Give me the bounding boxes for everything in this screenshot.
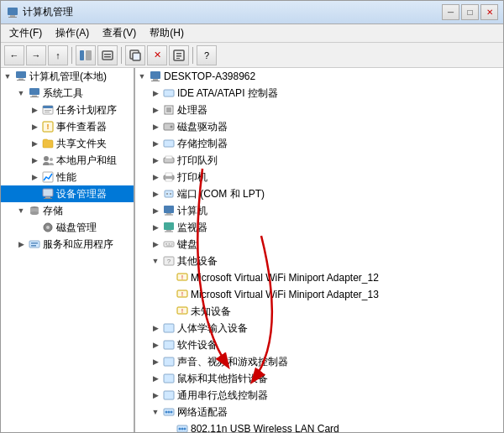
menu-view[interactable]: 查看(V) [96,24,143,42]
devmgr-expander[interactable] [28,187,41,201]
comlpt-expander[interactable]: ▶ [149,187,162,201]
storage-icon [28,204,41,217]
netadapter-expander[interactable]: ▼ [149,405,162,419]
back-button[interactable]: ← [4,45,24,65]
right-unknown[interactable]: ! 未知设备 [135,303,503,320]
tree-taskscheduler[interactable]: ▶ 任务计划程序 [1,102,134,118]
right-audiovc[interactable]: ▶ 声音、视频和游戏控制器 [135,353,503,370]
right-root-label: DESKTOP-A398962 [164,70,255,82]
tree-performance[interactable]: ▶ 性能 [1,169,134,185]
tree-devmgr[interactable]: 设备管理器 [1,185,134,202]
storage-label: 存储 [43,204,63,218]
tree-systemtools[interactable]: ▼ 系统工具 [1,85,134,102]
eventviewer-icon: ! [41,120,55,133]
humaninput-icon [162,321,176,335]
services-expander[interactable]: ▶ [14,237,28,251]
systemtools-label: 系统工具 [43,86,83,101]
systemtools-expander[interactable]: ▼ [14,86,28,100]
right-other[interactable]: ▼ ? 其他设备 [135,253,503,269]
svg-rect-64 [165,243,167,245]
properties-button[interactable] [169,45,189,65]
right-keyboard[interactable]: ▶ 键盘 [135,236,503,253]
sharedfolders-label: 共享文件夹 [56,137,107,151]
printer-expander[interactable]: ▶ [149,170,162,184]
localusers-label: 本地用户和组 [56,154,117,168]
humaninput-expander[interactable]: ▶ [149,321,162,335]
forward-button[interactable]: → [26,45,46,65]
show-action-button[interactable] [97,45,118,65]
right-diskdrive[interactable]: ▶ 磁盘驱动器 [135,118,503,135]
processor-expander[interactable]: ▶ [149,103,162,117]
ideata-expander[interactable]: ▶ [149,86,162,100]
right-monitor[interactable]: ▶ 监视器 [135,219,503,236]
delete-button[interactable]: ✕ [147,45,167,65]
keyboard-expander[interactable]: ▶ [149,237,162,251]
right-printqueue[interactable]: ▶ 打印队列 [135,152,503,169]
localusers-expander[interactable]: ▶ [28,154,41,167]
eventviewer-expander[interactable]: ▶ [28,120,41,133]
menu-action[interactable]: 操作(A) [49,24,96,42]
close-button[interactable]: ✕ [480,4,498,20]
maximize-button[interactable]: □ [461,4,479,20]
right-comlpt[interactable]: ▶ 端口 (COM 和 LPT) [135,185,503,202]
right-root[interactable]: ▼ DESKTOP-A398962 [135,68,503,85]
svg-rect-30 [45,197,50,199]
up-button[interactable]: ↑ [48,45,68,65]
tree-storage[interactable]: ▼ 存储 [1,202,134,219]
minimize-button[interactable]: ─ [442,4,459,20]
right-processor[interactable]: ▶ 处理器 [135,102,503,118]
tree-localusers[interactable]: ▶ 本地用户和组 [1,152,134,169]
right-netadapter[interactable]: ▼ 网络适配器 [135,404,503,420]
tree-root[interactable]: ▼ 计算机管理(本地) [1,68,134,85]
mouseother-expander[interactable]: ▶ [149,372,162,385]
svg-rect-14 [16,71,26,78]
menu-file[interactable]: 文件(F) [3,24,49,42]
storage-expander[interactable]: ▼ [14,204,28,217]
svg-rect-28 [43,172,53,182]
root-label: 计算机管理(本地) [29,70,107,84]
right-humaninput[interactable]: ▶ 人体学输入设备 [135,320,503,336]
right-storagectl[interactable]: ▶ 存储控制器 [135,135,503,152]
right-usb[interactable]: ▶ 通用串行总线控制器 [135,387,503,404]
svg-rect-1 [10,15,15,17]
other-expander[interactable]: ▼ [149,254,162,268]
right-msvwifi13[interactable]: ! Microsoft Virtual WiFi Miniport Adapte… [135,286,503,303]
audiovc-expander[interactable]: ▶ [149,355,162,368]
unknown-icon: ! [176,305,189,318]
right-softdev[interactable]: ▶ 软件设备 [135,336,503,353]
root-expander[interactable]: ▼ [1,70,14,83]
svg-rect-58 [166,213,171,215]
services-icon [28,237,41,251]
performance-expander[interactable]: ▶ [28,170,41,184]
usb-expander[interactable]: ▶ [149,389,162,402]
show-hide-button[interactable] [76,45,96,65]
svg-rect-76 [164,324,174,332]
devmgr-icon [41,187,55,201]
right-mouseother[interactable]: ▶ 鼠标和其他指针设备 [135,370,503,387]
right-computer[interactable]: ▶ 计算机 [135,202,503,219]
diskdrive-expander[interactable]: ▶ [149,120,162,133]
right-root-expander[interactable]: ▼ [135,70,149,83]
right-printer[interactable]: ▶ 打印机 [135,169,503,185]
sharedfolders-expander[interactable]: ▶ [28,137,41,150]
services-label: 服务和应用程序 [43,237,113,252]
tree-services[interactable]: ▶ 服务和应用程序 [1,236,134,253]
svg-rect-11 [176,53,181,55]
right-ideata[interactable]: ▶ IDE ATA/ATAPI 控制器 [135,85,503,102]
computer-expander[interactable]: ▶ [149,204,162,217]
tree-diskmgmt[interactable]: 磁盘管理 [1,219,134,236]
monitor-expander[interactable]: ▶ [149,221,162,234]
svg-rect-15 [18,79,24,81]
tree-eventviewer[interactable]: ▶ ! 事件查看器 [1,118,134,135]
taskscheduler-expander[interactable]: ▶ [28,103,41,117]
tree-sharedfolders[interactable]: ▶ 共享文件夹 [1,135,134,152]
softdev-expander[interactable]: ▶ [149,338,162,352]
help-button[interactable]: ? [197,45,217,65]
storagectl-expander[interactable]: ▶ [149,137,162,150]
menu-help[interactable]: 帮助(H) [143,24,191,42]
right-wifi80211n[interactable]: 802.11n USB Wireless LAN Card [135,420,503,432]
right-msvwifi12[interactable]: ! Microsoft Virtual WiFi Miniport Adapte… [135,269,503,286]
new-window-button[interactable] [125,45,145,65]
printqueue-expander[interactable]: ▶ [149,154,162,167]
audiovc-icon [162,355,176,368]
